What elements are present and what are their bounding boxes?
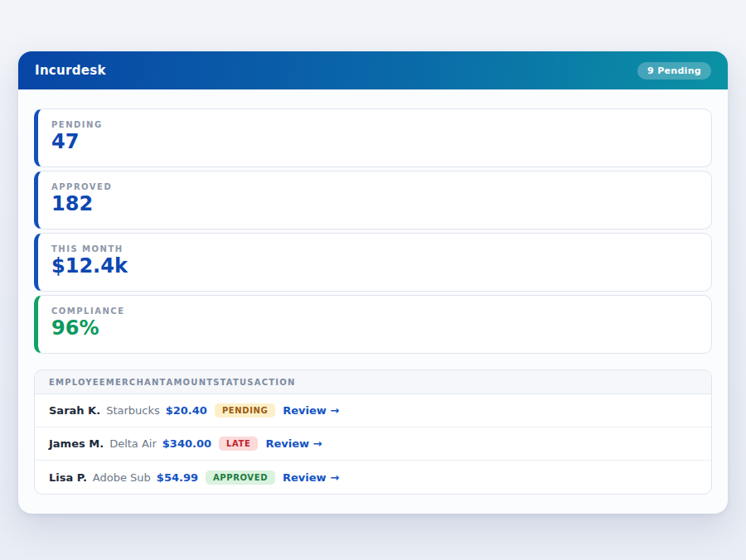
merchant-name: Delta Air xyxy=(109,437,157,450)
stat-label: APPROVED xyxy=(51,182,698,191)
column-header-amount: AMOUNT xyxy=(167,378,214,387)
status-badge: PENDING xyxy=(215,403,275,418)
review-link[interactable]: Review → xyxy=(283,471,339,484)
stat-card-this-month: THIS MONTH $12.4k xyxy=(34,233,712,292)
table-row: James M. Delta Air $340.00 LATE Review → xyxy=(35,427,711,461)
employee-name: Lisa P. xyxy=(49,471,87,484)
stat-label: COMPLIANCE xyxy=(51,307,698,316)
merchant-name: Adobe Sub xyxy=(93,471,151,484)
employee-name: Sarah K. xyxy=(49,404,100,417)
status-badge: APPROVED xyxy=(206,471,275,485)
stat-value: $12.4k xyxy=(51,255,698,278)
stat-label: THIS MONTH xyxy=(51,244,698,253)
stat-card-approved: APPROVED 182 xyxy=(34,171,712,229)
review-link[interactable]: Review → xyxy=(265,437,322,450)
table-row: Sarah K. Starbucks $20.40 PENDING Review… xyxy=(35,394,711,427)
app-title: Incurdesk xyxy=(35,63,106,78)
amount-value: $20.40 xyxy=(166,404,207,417)
table-header-row: EMPLOYEEMERCHANTAMOUNTSTATUSACTION xyxy=(35,370,711,394)
column-header-merchant: MERCHANT xyxy=(106,378,167,387)
stat-value: 96% xyxy=(51,317,698,340)
amount-value: $54.99 xyxy=(157,471,198,484)
column-header-action: ACTION xyxy=(254,378,296,387)
stat-card-compliance: COMPLIANCE 96% xyxy=(34,295,712,354)
merchant-name: Starbucks xyxy=(106,404,160,417)
stat-value: 182 xyxy=(51,193,698,216)
stat-label: PENDING xyxy=(51,120,698,129)
status-badge: LATE xyxy=(219,437,258,451)
employee-name: James M. xyxy=(49,437,104,450)
amount-value: $340.00 xyxy=(162,437,211,450)
stat-card-pending: PENDING 47 xyxy=(34,109,712,167)
incurdesk-panel: Incurdesk 9 Pending PENDING 47 APPROVED … xyxy=(18,51,728,514)
expenses-table: EMPLOYEEMERCHANTAMOUNTSTATUSACTION Sarah… xyxy=(34,369,712,495)
app-header: Incurdesk 9 Pending xyxy=(18,51,728,89)
column-header-employee: EMPLOYEE xyxy=(49,378,106,387)
review-link[interactable]: Review → xyxy=(283,404,339,417)
pending-count-badge: 9 Pending xyxy=(637,62,711,80)
panel-body: PENDING 47 APPROVED 182 THIS MONTH $12.4… xyxy=(18,89,728,514)
stat-value: 47 xyxy=(51,131,698,154)
column-header-status: STATUS xyxy=(213,378,254,387)
table-row: Lisa P. Adobe Sub $54.99 APPROVED Review… xyxy=(35,461,711,494)
